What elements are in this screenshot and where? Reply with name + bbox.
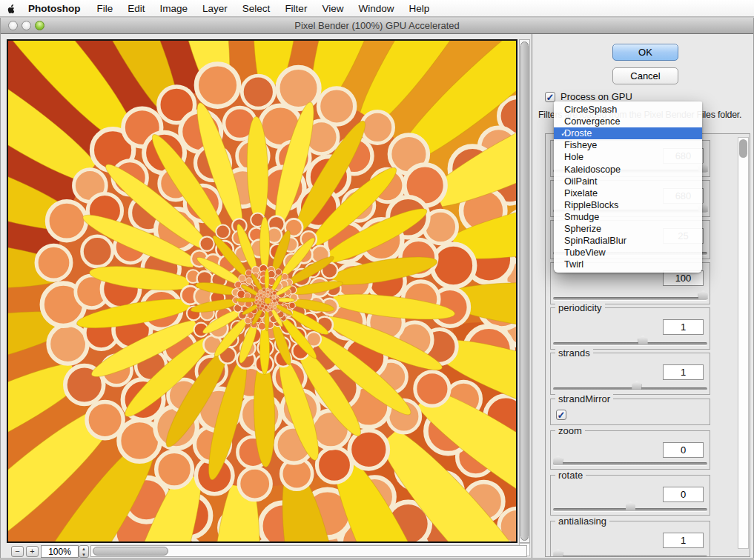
menu-item-file[interactable]: File: [90, 0, 121, 17]
param-slider-track[interactable]: [553, 297, 707, 300]
filter-menu-item-hole[interactable]: Hole: [554, 151, 702, 163]
filter-menu-item-label: TubeView: [564, 247, 606, 258]
menu-bar: PhotoshopFileEditImageLayerSelectFilterV…: [0, 0, 754, 17]
process-on-gpu-checkbox[interactable]: ✓: [545, 92, 555, 102]
menu-item-select[interactable]: Select: [235, 0, 278, 17]
filter-popup-menu: CircleSplashConvergence✓DrosteFisheyeHol…: [554, 101, 702, 273]
param-label: strands: [555, 347, 593, 359]
preview-vertical-scrollbar[interactable]: [519, 39, 530, 543]
param-group-antialiasing: antialiasing: [550, 521, 710, 557]
menu-item-view[interactable]: View: [314, 0, 351, 17]
param-slider-thumb[interactable]: [632, 381, 641, 390]
param-slider-thumb[interactable]: [626, 501, 635, 510]
param-value-input[interactable]: [663, 487, 704, 502]
param-value-input[interactable]: [663, 442, 704, 458]
ok-button[interactable]: OK: [612, 44, 678, 61]
filter-menu-item-label: Pixelate: [564, 188, 598, 199]
filter-menu-item-label: Spherize: [564, 224, 601, 234]
filter-menu-item-droste[interactable]: ✓Droste: [554, 127, 702, 139]
menu-item-filter[interactable]: Filter: [277, 0, 314, 17]
filter-menu-item-spherize[interactable]: Spherize: [554, 223, 702, 235]
preview-horizontal-scrollbar[interactable]: [90, 545, 527, 557]
param-slider-track[interactable]: [553, 556, 707, 557]
param-group-zoom: zoom: [550, 430, 710, 470]
param-label: antialiasing: [555, 516, 609, 527]
preview-image[interactable]: [7, 39, 517, 543]
filter-menu-item-fisheye[interactable]: Fisheye: [554, 139, 702, 151]
filter-menu-item-label: SpinRadialBlur: [564, 236, 626, 246]
menu-item-photoshop[interactable]: Photoshop: [22, 0, 90, 17]
param-value-input[interactable]: [663, 364, 704, 380]
param-slider-thumb[interactable]: [553, 549, 563, 557]
filter-menu-item-smudge[interactable]: Smudge: [554, 211, 702, 223]
param-slider-thumb[interactable]: [698, 290, 708, 299]
param-value-input[interactable]: [663, 270, 704, 286]
zoom-out-button[interactable]: −: [11, 546, 24, 557]
vertical-scrollbar-thumb[interactable]: [520, 41, 529, 541]
param-group-strands: strands: [550, 353, 710, 395]
filter-menu-item-twirl[interactable]: Twirl: [554, 259, 702, 270]
menu-item-image[interactable]: Image: [153, 0, 196, 17]
horizontal-scrollbar-thumb[interactable]: [93, 547, 168, 556]
param-label: zoom: [555, 425, 585, 436]
filter-menu-item-spinradialblur[interactable]: SpinRadialBlur: [554, 235, 702, 247]
filter-menu-item-label: OilPaint: [564, 176, 597, 187]
zoom-percent-field[interactable]: [41, 545, 79, 558]
checkmark-icon: ✓: [554, 129, 564, 139]
zoom-stepper[interactable]: ▲ ▼: [79, 545, 89, 558]
param-group-periodicity: periodicity: [550, 307, 710, 350]
filter-menu-item-label: RippleBlocks: [564, 200, 618, 210]
filter-menu-item-label: Hole: [564, 152, 583, 162]
param-value-input[interactable]: [663, 533, 704, 548]
param-slider-track[interactable]: [553, 462, 707, 465]
apple-menu[interactable]: [0, 0, 22, 17]
param-slider-track[interactable]: [553, 387, 707, 390]
param-label: strandMirror: [555, 393, 613, 404]
parameters-scrollbar[interactable]: [738, 137, 749, 549]
param-slider-thumb[interactable]: [553, 456, 563, 464]
apple-icon: [7, 3, 16, 14]
window-title-bar[interactable]: Pixel Bender (100%) GPU Accelerated: [1, 18, 753, 34]
filter-menu-item-convergence[interactable]: Convergence: [554, 116, 702, 127]
param-group-rotate: rotate: [550, 475, 710, 516]
menu-item-edit[interactable]: Edit: [120, 0, 152, 17]
filter-menu-item-kaleidoscope[interactable]: Kaleidoscope: [554, 163, 702, 175]
filter-menu-item-tubeview[interactable]: TubeView: [554, 247, 702, 259]
filter-menu-item-label: Fisheye: [564, 140, 597, 150]
pixel-bender-window: Pixel Bender (100%) GPU Accelerated − + …: [0, 18, 754, 558]
param-value-input[interactable]: [663, 319, 704, 335]
cancel-button[interactable]: Cancel: [612, 67, 678, 84]
param-checkbox[interactable]: ✓: [556, 410, 566, 420]
zoom-in-button[interactable]: +: [26, 546, 39, 557]
param-label: periodicity: [555, 302, 605, 313]
filter-menu-item-label: Droste: [564, 128, 592, 139]
stepper-up-icon[interactable]: ▲: [79, 546, 88, 552]
stepper-down-icon[interactable]: ▼: [79, 552, 88, 558]
menu-item-layer[interactable]: Layer: [195, 0, 235, 17]
parameters-scrollbar-thumb[interactable]: [739, 139, 747, 158]
filter-menu-item-pixelate[interactable]: Pixelate: [554, 187, 702, 199]
window-title: Pixel Bender (100%) GPU Accelerated: [1, 18, 753, 34]
flower-image: [8, 41, 516, 541]
filter-menu-item-label: Convergence: [564, 116, 620, 127]
menu-item-window[interactable]: Window: [351, 0, 401, 17]
filter-menu-item-label: Kaleidoscope: [564, 164, 621, 175]
filter-menu-item-label: CircleSplash: [564, 104, 617, 115]
param-label: rotate: [555, 470, 586, 481]
filter-menu-item-oilpaint[interactable]: OilPaint: [554, 176, 702, 187]
filter-menu-item-circlesplash[interactable]: CircleSplash: [554, 104, 702, 116]
param-slider-track[interactable]: [553, 508, 707, 511]
filter-menu-item-rippleblocks[interactable]: RippleBlocks: [554, 199, 702, 211]
menu-item-help[interactable]: Help: [401, 0, 437, 17]
filter-menu-item-label: Smudge: [564, 212, 599, 222]
filter-menu-item-label: Twirl: [564, 259, 583, 270]
param-slider-thumb[interactable]: [638, 336, 648, 344]
param-group-strandMirror: strandMirror✓: [550, 399, 710, 425]
param-slider-track[interactable]: [553, 342, 707, 345]
process-on-gpu-label: Process on GPU: [560, 91, 632, 102]
